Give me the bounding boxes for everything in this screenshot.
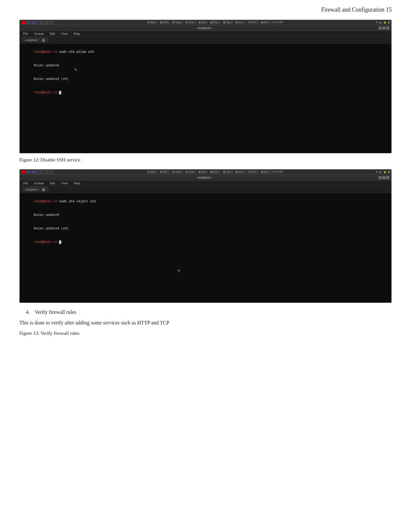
- tab-icon-2: ■: [42, 188, 45, 191]
- term-line-1-4: root@kali:~#: [22, 86, 389, 100]
- taskbar-power-icon-2: ⏻: [387, 170, 390, 173]
- taskbar-icon-small-2: [52, 170, 54, 174]
- menu-view-1[interactable]: View: [60, 32, 69, 36]
- minimize-button-1[interactable]: –: [378, 26, 382, 30]
- taskbar-icon-blue2-2: [31, 170, 36, 174]
- terminal-title-bar-2: root@kali: ~ – □ ×: [20, 175, 391, 180]
- taskbar-icon-dark3: [47, 21, 51, 24]
- term-line-1-3: Rules updated (v6): [22, 73, 389, 86]
- taskbar-seg-107-2: ■ [107...: [160, 170, 171, 174]
- taskbar-wifi-icon-2: ▼: [376, 170, 378, 173]
- cursor-arrow-1: ↖: [74, 66, 78, 73]
- menu-edit-2[interactable]: Edit: [49, 181, 56, 185]
- system-taskbar-2: ● Unde... ■ [107... 🗎 /tmp... 🗎 /root...…: [20, 169, 391, 175]
- term-line-2-1: root@kali:~# sudo ufw reject ssh: [22, 195, 389, 208]
- term-prompt-1-2: root@kali:~#: [34, 91, 59, 94]
- taskbar-icons-1: [21, 21, 54, 24]
- taskbar-icon-dark1-2: [36, 170, 41, 174]
- term-line-2-3: Rules updated (v6): [22, 222, 389, 236]
- taskbar-icon-blue1-2: [26, 170, 31, 174]
- tab-icon-1: ■: [42, 39, 45, 42]
- menu-help-2[interactable]: Help: [73, 181, 81, 185]
- figure-caption-2: Figure 13: Verify firewall rules: [19, 331, 392, 336]
- term-prompt-1-1: root@kali:~#: [34, 50, 59, 54]
- menu-file-2[interactable]: File: [22, 181, 29, 185]
- terminal-body-1: root@kali:~# sudo ufw allow ssh Rules up…: [20, 44, 391, 153]
- term-output-1-1: Rules updated: [34, 64, 59, 67]
- taskbar-segment-tmp: 🗎 /tmp...: [171, 21, 183, 24]
- terminal-tabs-1: root@kali: ~ ■: [20, 37, 391, 44]
- taskbar-seg-root2-2: ■ root...: [198, 170, 208, 174]
- taskbar-icon-blue1: [26, 21, 31, 24]
- taskbar-segment-unde: ● Unde...: [147, 21, 158, 24]
- maximize-button-1[interactable]: □: [382, 26, 386, 30]
- menu-file-1[interactable]: File: [22, 32, 29, 36]
- menu-actions-1[interactable]: Actions: [33, 32, 45, 36]
- term-output-2-2: Rules updated (v6): [34, 227, 69, 230]
- taskbar-wifi-icon: ▼: [376, 21, 378, 24]
- taskbar-icon-red-2: [21, 170, 25, 174]
- taskbar-middle-2: ● Unde... ■ [107... 🗎 /tmp... 🗎 /root...…: [54, 170, 375, 174]
- page-title: Firewall and Configuration 15: [0, 0, 411, 16]
- taskbar-vol-icon: 🔉: [379, 21, 382, 24]
- tab-label-1: root@kali: ~: [25, 38, 40, 42]
- figure-caption-1: Figure 12: Disable SSH service: [19, 157, 392, 163]
- taskbar-right-1: ▼ 🔉 🔒 ⏻: [376, 21, 390, 24]
- taskbar-segment-root1: 🗎 /root...: [185, 21, 197, 24]
- terminal-tab-1[interactable]: root@kali: ~ ■: [22, 37, 48, 43]
- list-text: Verify firewall rules: [35, 309, 76, 315]
- taskbar-time-2: 05:53 PM: [273, 170, 283, 173]
- term-prompt-2-1: root@kali:~#: [34, 200, 59, 203]
- taskbar-seg-root1-2: 🗎 /root...: [185, 170, 197, 174]
- menu-help-1[interactable]: Help: [73, 32, 81, 36]
- taskbar-segment-root2: ■ root...: [198, 21, 208, 24]
- taskbar-right-2: ▼ 🔉 🔒 ⏻: [376, 170, 390, 173]
- term-output-1-2: Rules updated (v6): [34, 77, 69, 81]
- taskbar-seg-ufw1-2: ■ ufw-...: [235, 170, 246, 174]
- cursor-2: [59, 240, 61, 244]
- list-item-4: 4. Verify firewall rules: [26, 309, 385, 315]
- term-line-1-1: root@kali:~# sudo ufw allow ssh: [22, 45, 389, 59]
- menu-edit-1[interactable]: Edit: [49, 32, 56, 36]
- taskbar-icon-red: [21, 21, 25, 24]
- term-cmd-2-1: sudo ufw reject ssh: [59, 200, 96, 203]
- taskbar-power-icon: ⏻: [387, 21, 390, 24]
- terminal-menu-2: File Actions Edit View Help: [20, 180, 391, 186]
- taskbar-seg-dow-2: ▼ Dow...: [247, 170, 259, 174]
- term-cmd-1-1: sudo ufw allow ssh: [59, 50, 94, 54]
- terminal-menu-1: File Actions Edit View Help: [20, 31, 391, 37]
- term-output-2-1: Rules updated: [34, 213, 59, 217]
- taskbar-icon-dark1: [36, 21, 41, 24]
- minimize-button-2[interactable]: –: [378, 176, 382, 179]
- menu-view-2[interactable]: View: [60, 181, 69, 185]
- terminal-title-bar-1: root@kali: ~ – □ ×: [20, 25, 391, 31]
- close-button-2[interactable]: ×: [386, 176, 389, 179]
- terminal-tabs-2: root@kali: ~ ■: [20, 186, 391, 193]
- taskbar-seg-ufw2-2: ■ ufw-...: [260, 170, 271, 174]
- list-number: 4.: [26, 309, 30, 315]
- taskbar-time-1: 05:52 PM: [273, 21, 283, 24]
- taskbar-segment-pictu: ■ Pictu...: [210, 21, 221, 24]
- terminal-tab-2[interactable]: root@kali: ~ ■: [22, 187, 48, 192]
- taskbar-vol-icon-2: 🔉: [379, 170, 382, 173]
- terminal-title-text-1: root@kali: ~: [197, 26, 214, 30]
- taskbar-icon-dark3-2: [47, 170, 51, 174]
- maximize-button-2[interactable]: □: [382, 176, 386, 179]
- taskbar-icon-dark2-2: [42, 170, 46, 174]
- close-button-1[interactable]: ×: [386, 26, 389, 30]
- taskbar-seg-unde-2: ● Unde...: [147, 170, 158, 174]
- taskbar-segment-ufw2: ■ ufw-...: [260, 21, 271, 24]
- taskbar-seg-pictu-2: ■ Pictu...: [210, 170, 221, 174]
- cursor-1: [59, 91, 61, 94]
- taskbar-lock-icon: 🔒: [383, 21, 387, 24]
- terminal-body-2: root@kali:~# sudo ufw reject ssh Rules u…: [20, 193, 391, 303]
- taskbar-middle-1: ● Unde... ■ [106... 🗎 /tmp... 🗎 /root...…: [54, 21, 375, 24]
- term-line-2-4: root@kali:~#: [22, 236, 389, 249]
- taskbar-segment-106: ■ [106...: [160, 21, 171, 24]
- taskbar-icons-2: [21, 170, 54, 174]
- win-controls-1[interactable]: – □ ×: [378, 26, 389, 30]
- paragraph-1: This is done to verify after adding some…: [19, 319, 392, 327]
- menu-actions-2[interactable]: Actions: [33, 181, 45, 185]
- win-controls-2[interactable]: – □ ×: [378, 176, 389, 179]
- cursor-arrow-2: ↖: [178, 267, 181, 274]
